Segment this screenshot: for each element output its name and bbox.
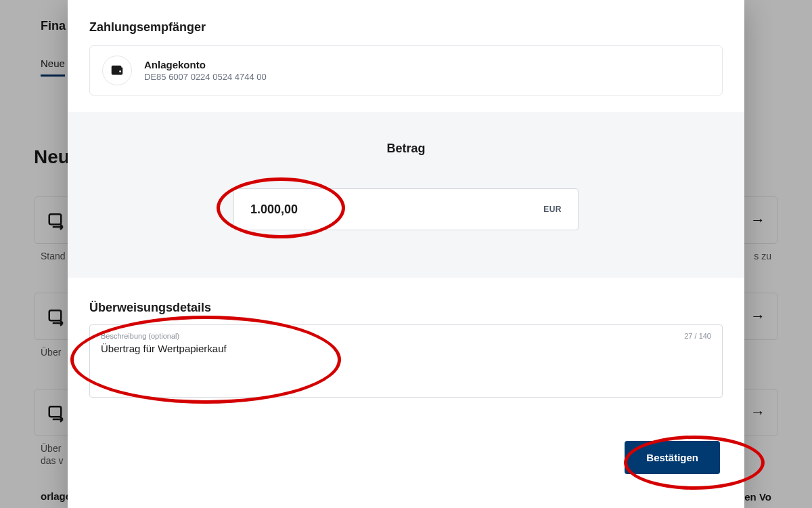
- description-counter: 27 / 140: [684, 332, 711, 340]
- recipient-section: Zahlungsempfänger Anlagekonto DE85 6007 …: [68, 0, 744, 112]
- recipient-card[interactable]: Anlagekonto DE85 6007 0224 0524 4744 00: [89, 45, 723, 96]
- recipient-iban: DE85 6007 0224 0524 4744 00: [144, 72, 267, 82]
- details-section: Überweisungsdetails Beschreibung (option…: [68, 278, 744, 414]
- description-input[interactable]: [101, 343, 650, 366]
- recipient-name: Anlagekonto: [144, 59, 267, 70]
- currency-label: EUR: [543, 205, 562, 214]
- description-box[interactable]: Beschreibung (optional) 27 / 140: [89, 324, 723, 398]
- amount-section: Betrag EUR: [68, 112, 744, 278]
- amount-input[interactable]: [250, 203, 543, 217]
- amount-input-box[interactable]: EUR: [233, 188, 579, 230]
- wallet-icon: [102, 56, 132, 85]
- description-label: Beschreibung (optional): [101, 332, 711, 340]
- transfer-modal: Zahlungsempfänger Anlagekonto DE85 6007 …: [68, 0, 744, 508]
- modal-footer: Bestätigen: [68, 414, 744, 494]
- recipient-info: Anlagekonto DE85 6007 0224 0524 4744 00: [144, 59, 267, 82]
- recipient-section-title: Zahlungsempfänger: [89, 20, 723, 35]
- amount-section-title: Betrag: [89, 142, 723, 156]
- details-section-title: Überweisungsdetails: [89, 301, 723, 315]
- confirm-button[interactable]: Bestätigen: [625, 441, 720, 474]
